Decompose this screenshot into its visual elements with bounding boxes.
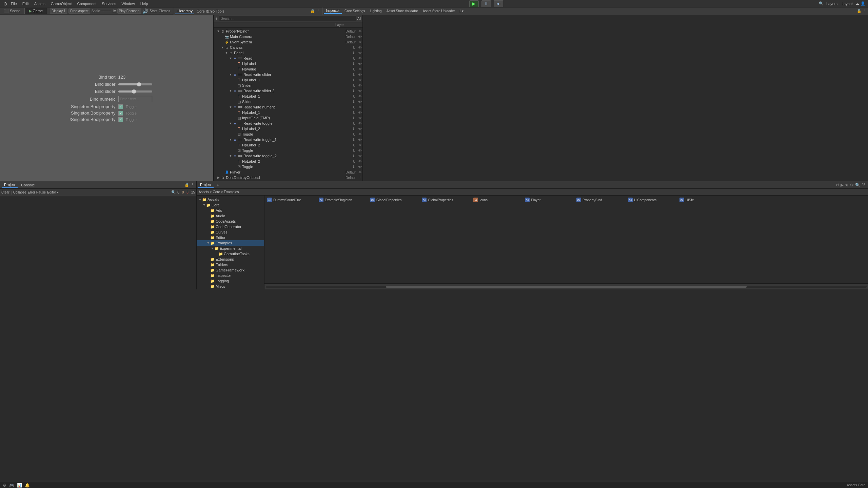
pause-button[interactable]: ⏸ [481, 0, 491, 7]
tree-item-hplabel1[interactable]: T HpLabel_1 UI 👁 [214, 77, 362, 83]
gizmos-btn[interactable]: Gizmos [159, 9, 170, 13]
tree-item-hplabel2c[interactable]: T HpLabel_2 UI 👁 [214, 159, 362, 164]
assets-menu[interactable]: Assets [32, 2, 47, 6]
right-panel-tab-number[interactable]: 1 ▾ [458, 8, 465, 14]
bind-slider2[interactable] [118, 90, 152, 93]
gameobject-menu[interactable]: GameObject [49, 2, 74, 6]
console-search-icon[interactable]: 🔍 [171, 190, 176, 195]
scene-tab[interactable]: ⬛Scene [0, 8, 25, 14]
project-gear-icon[interactable]: ⚙ [850, 183, 854, 187]
aspect-dropdown[interactable]: Free Aspect [68, 8, 90, 14]
tree-miscs[interactable]: 📁 Miscs [197, 284, 264, 289]
tree-toggle-canvas[interactable]: ▼ [220, 46, 224, 49]
play-button[interactable]: ▶ [469, 0, 479, 7]
hierarchy-lock[interactable]: 🔒 [310, 9, 315, 13]
tree-editor[interactable]: 📁 Editor [197, 235, 264, 240]
tree-item-rw-toggle[interactable]: ▼ ≡ == Read write toggle UI 👁 [214, 121, 362, 126]
hierarchy-tab[interactable]: Hierarchy [175, 8, 194, 14]
layers-label[interactable]: Layers [825, 2, 839, 6]
boolprop1-checkbox[interactable]: ✓ [118, 104, 123, 109]
tree-toggle-rw-slider[interactable]: ▼ [229, 73, 233, 76]
project-play-icon[interactable]: ▶ [841, 183, 844, 187]
tree-item-hplabel[interactable]: T HpLabel UI 👁 [214, 61, 362, 66]
account-icon[interactable]: 👤 [861, 1, 865, 6]
help-menu[interactable]: Help [138, 2, 150, 6]
project-scrollbar-thumb[interactable] [386, 286, 746, 288]
bind-slider1[interactable] [118, 83, 152, 85]
tree-item-hplabel2a[interactable]: T HpLabel_2 UI 👁 [214, 126, 362, 131]
tree-item-hplabel1c[interactable]: T HpLabel_1 UI 👁 [214, 110, 362, 115]
window-menu[interactable]: Window [120, 2, 137, 6]
file-uicomponents[interactable]: C# UiComponents [627, 197, 677, 203]
file-player[interactable]: C# Player [524, 197, 574, 203]
bottom-lock[interactable]: 🔒 [184, 183, 189, 187]
layout-label[interactable]: Layout [840, 2, 854, 6]
boolprop3-checkbox[interactable]: ✓ [118, 117, 123, 122]
tree-logging[interactable]: 📁 Logging [197, 278, 264, 284]
game-tab[interactable]: ▶Game [25, 8, 47, 14]
file-globalproperties1[interactable]: C# GlobalProperties [369, 197, 420, 203]
project-tab[interactable]: Project [2, 182, 18, 188]
boolprop3-toggle[interactable]: Toggle [126, 118, 137, 122]
tree-item-rw-slider2[interactable]: ▼ ≡ == Read write slider 2 UI 👁 [214, 88, 362, 94]
tree-item-rw-toggle1[interactable]: ▼ ≡ == Read write toggle_1 UI 👁 [214, 137, 362, 142]
tree-codeassets[interactable]: 📁 CodeAssets [197, 219, 264, 224]
hierarchy-menu[interactable]: ⋮ [316, 9, 320, 13]
toggle-experimental[interactable]: ▼ [210, 247, 214, 250]
tree-toggle-rw-slider2[interactable]: ▼ [229, 89, 233, 93]
file-propertybind[interactable]: C# PropertyBind [575, 197, 626, 203]
tree-toggle-rw-toggle2[interactable]: ▼ [229, 154, 233, 158]
tree-item-maincamera[interactable]: 📷 Main Camera Default 👁 [214, 34, 362, 39]
tree-item-propertybind[interactable]: ▼ ⊙ PropertyBind* Default 👁 [214, 28, 362, 34]
tree-toggle-read[interactable]: ▼ [229, 57, 233, 60]
tree-toggle-rw-numeric[interactable]: ▼ [229, 105, 233, 109]
tree-item-dontdestroy[interactable]: ▶ ⊙ DontDestroyOnLoad Default ⋮ [214, 175, 362, 180]
asset-store-uploader-tab[interactable]: Asset Store Uploader [421, 8, 457, 14]
play-focused-btn[interactable]: Play Focused [117, 8, 141, 14]
tree-item-rw-slider[interactable]: ▼ ≡ == Read write slider UI 👁 [214, 72, 362, 77]
tree-experimental[interactable]: ▼ 📁 Experimental [197, 246, 264, 251]
tree-item-rw-numeric[interactable]: ▼ ≡ == Read write numeric UI 👁 [214, 104, 362, 110]
project-search-btn[interactable]: 🔍 [855, 183, 860, 187]
project-star-icon[interactable]: ★ [845, 183, 849, 187]
project-plus-btn[interactable]: + [216, 182, 219, 188]
file-uisfx[interactable]: C# UiSfx [678, 197, 729, 203]
bottom-menu[interactable]: ⋮ [191, 183, 194, 187]
console-tab[interactable]: Console [19, 182, 37, 188]
tree-item-slider1[interactable]: ◫ Slider UI 👁 [214, 83, 362, 88]
tree-folders[interactable]: 📁 Folders [197, 262, 264, 267]
tree-item-read[interactable]: ▼ ≡ == Read UI 👁 [214, 56, 362, 61]
tree-item-toggle1[interactable]: ☑ Toggle UI 👁 [214, 131, 362, 137]
search-icon[interactable]: 🔍 [819, 1, 824, 6]
editor-dropdown[interactable]: Editor ▾ [47, 190, 59, 194]
cloud-icon[interactable]: ☁ [855, 1, 859, 6]
tree-item-slider2[interactable]: ◫ Slider UI 👁 [214, 99, 362, 104]
inspector-lock[interactable]: 🔒 [857, 9, 862, 13]
file-globalproperties2[interactable]: C# GlobalProperties [420, 197, 471, 203]
tree-toggle-panel[interactable]: ▼ [224, 51, 229, 55]
tree-coroutinetasks[interactable]: 📁 CoroutineTasks [197, 251, 264, 257]
stats-btn[interactable]: Stats [150, 9, 157, 13]
tree-item-panel[interactable]: ▼ □ Panel UI 👁 [214, 50, 362, 56]
status-icon1[interactable]: ⚙ [3, 483, 6, 488]
file-menu[interactable]: File [9, 2, 19, 6]
bind-numeric-input[interactable] [118, 96, 152, 102]
project-refresh-icon[interactable]: ↺ [836, 183, 839, 187]
inspector-tab[interactable]: Inspector [324, 8, 342, 14]
file-examplesingleton[interactable]: C# ExampleSingleton [317, 197, 368, 203]
file-dummysoundcue[interactable]: 🔊 DummySoundCue [266, 197, 317, 203]
tree-extensions[interactable]: 📁 Extensions [197, 257, 264, 262]
tree-item-canvas[interactable]: ▼ □ Canvas UI 👁 [214, 45, 362, 50]
inspector-menu[interactable]: ⋮ [863, 9, 867, 13]
tree-item-hplabel2b[interactable]: T HpLabel_2 UI 👁 [214, 142, 362, 148]
boolprop1-toggle[interactable]: Toggle [126, 105, 137, 109]
core-itchio-tab[interactable]: Core Itchio Tools [195, 8, 226, 14]
lighting-tab[interactable]: Lighting [368, 8, 384, 14]
tree-item-toggle3[interactable]: ☑ Toggle UI 👁 [214, 164, 362, 169]
tree-toggle-propertybind[interactable]: ▼ [216, 29, 220, 33]
display-dropdown[interactable]: Display 1 [50, 8, 67, 14]
tree-audio[interactable]: 📁 Audio [197, 213, 264, 219]
asset-store-validator-tab[interactable]: Asset Store Validator [384, 8, 420, 14]
status-icon3[interactable]: 📊 [17, 483, 22, 488]
tree-curves[interactable]: 📁 Curves [197, 229, 264, 235]
